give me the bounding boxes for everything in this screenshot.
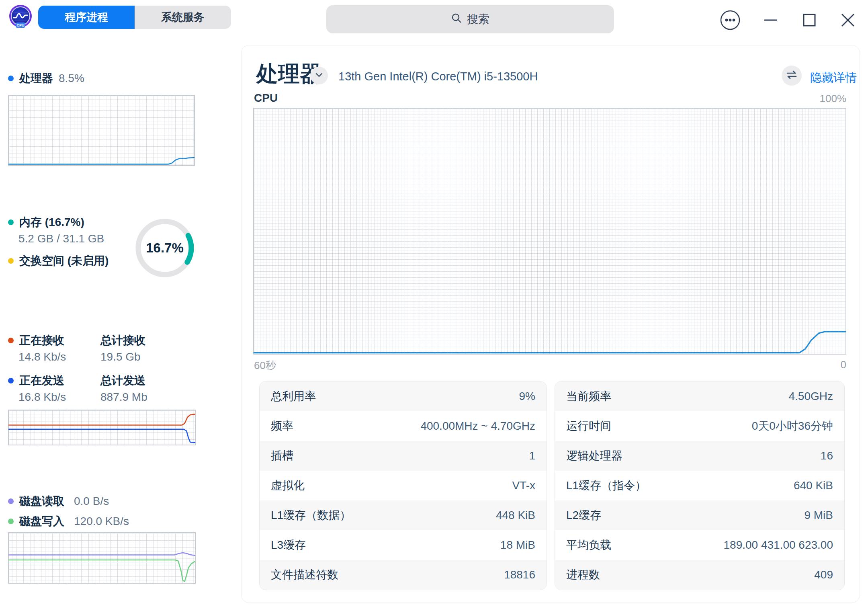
- stat-label: 文件描述符数: [271, 567, 338, 582]
- cpu-chart-max-label: 100%: [766, 92, 846, 105]
- net-total-send-value: 887.9 Mb: [100, 391, 147, 404]
- stat-row: 进程数409: [555, 560, 844, 590]
- disk-write-value: 120.0 KB/s: [74, 515, 129, 528]
- stat-label: L1缓存（指令）: [566, 478, 646, 493]
- minimize-button[interactable]: [760, 9, 782, 31]
- stat-row: 插槽1: [260, 441, 547, 471]
- stat-label: L1缓存（数据）: [271, 508, 351, 523]
- stat-value: 9 MiB: [804, 509, 833, 522]
- stat-label: 平均负载: [566, 537, 611, 553]
- disk-write-label: 磁盘写入: [19, 514, 64, 529]
- stat-value: 18816: [504, 568, 535, 581]
- stat-row: 文件描述符数18816: [260, 560, 547, 590]
- stat-row: L2缓存9 MiB: [555, 500, 844, 530]
- stat-value: 409: [814, 568, 833, 581]
- sidebar-item-disk-write[interactable]: 磁盘写入 120.0 KB/s: [8, 514, 129, 529]
- stat-row: 总利用率9%: [260, 381, 547, 411]
- stat-value: 640 KiB: [794, 479, 833, 492]
- search-placeholder: 搜索: [467, 12, 489, 27]
- sidebar-item-cpu[interactable]: 处理器 8.5%: [8, 71, 84, 86]
- cpu-chart-xaxis-right: 0: [766, 359, 846, 371]
- cpu-label: 处理器: [19, 71, 53, 86]
- stat-value: 18 MiB: [500, 539, 535, 552]
- app-logo-icon: CPU: [8, 4, 33, 29]
- tab-processes[interactable]: 程序进程: [38, 6, 135, 29]
- net-recv-value: 14.8 Kb/s: [18, 351, 66, 363]
- stat-row: 逻辑处理器16: [555, 441, 844, 471]
- ellipsis-menu-icon: [720, 10, 741, 31]
- hide-details-link[interactable]: 隐藏详情: [810, 70, 857, 86]
- stat-row: L1缓存（指令）640 KiB: [555, 471, 844, 500]
- compare-toggle-button[interactable]: [782, 66, 802, 86]
- cpu-stats-table-right: 当前频率4.50GHz运行时间0天0小时36分钟逻辑处理器16L1缓存（指令）6…: [555, 381, 845, 590]
- stat-value: 400.00MHz ~ 4.70GHz: [420, 420, 535, 433]
- swap-label: 交换空间 (未启用): [19, 253, 108, 269]
- net-send-dot-icon: [8, 378, 14, 383]
- svg-text:CPU: CPU: [16, 23, 24, 27]
- stat-value: VT-x: [512, 479, 535, 492]
- net-total-recv-value: 19.5 Gb: [100, 351, 141, 363]
- stat-row: 运行时间0天0小时36分钟: [555, 411, 844, 441]
- memory-donut-chart: 16.7%: [133, 216, 197, 280]
- net-recv-label: 正在接收: [19, 333, 64, 348]
- search-icon: [451, 12, 462, 27]
- search-input[interactable]: 搜索: [326, 5, 614, 33]
- close-button[interactable]: [837, 9, 859, 31]
- disk-read-label: 磁盘读取: [19, 494, 64, 509]
- disk-read-value: 0.0 B/s: [74, 495, 109, 508]
- stat-value: 1: [529, 449, 535, 462]
- stat-row: 当前频率4.50GHz: [555, 381, 844, 411]
- stat-value: 4.50GHz: [789, 390, 833, 403]
- cpu-chart-title: CPU: [254, 92, 278, 105]
- cpu-mini-chart: [8, 95, 195, 166]
- stat-row: 虚拟化VT-x: [260, 471, 547, 500]
- stat-label: 当前频率: [566, 389, 611, 404]
- swap-dot-icon: [8, 258, 14, 264]
- view-tabs: 程序进程 系统服务: [38, 6, 231, 29]
- sidebar-item-disk-read[interactable]: 磁盘读取 0.0 B/s: [8, 494, 109, 509]
- stat-row: L3缓存18 MiB: [260, 530, 547, 560]
- minimize-icon: [762, 11, 780, 29]
- menu-button[interactable]: [719, 9, 741, 31]
- maximize-icon: [800, 11, 818, 29]
- cpu-chart-xaxis-left: 60秒: [254, 359, 276, 373]
- stat-label: 频率: [271, 418, 293, 434]
- net-total-send-label: 总计发送: [100, 373, 145, 388]
- sidebar-item-swap[interactable]: 交换空间 (未启用): [8, 253, 108, 269]
- memory-percent-label: 16.7%: [133, 216, 197, 280]
- stat-row: 频率400.00MHz ~ 4.70GHz: [260, 411, 547, 441]
- chevron-down-icon: [314, 70, 324, 81]
- stat-label: 进程数: [566, 567, 600, 582]
- stat-value: 448 KiB: [496, 509, 535, 522]
- maximize-button[interactable]: [798, 9, 821, 31]
- cpu-stats-table-left: 总利用率9%频率400.00MHz ~ 4.70GHz插槽1虚拟化VT-xL1缓…: [259, 381, 547, 590]
- stat-label: L3缓存: [271, 537, 306, 553]
- net-recv-dot-icon: [8, 338, 14, 343]
- memory-dot-icon: [8, 219, 14, 225]
- network-mini-chart: [8, 410, 196, 445]
- net-total-recv-label: 总计接收: [100, 333, 145, 348]
- sidebar-item-net-recv[interactable]: 正在接收: [8, 333, 64, 348]
- memory-detail: 5.2 GB / 31.1 GB: [18, 232, 104, 245]
- stat-row: L1缓存（数据）448 KiB: [260, 500, 547, 530]
- sidebar-item-memory[interactable]: 内存 (16.7%): [8, 215, 84, 230]
- stat-value: 0天0小时36分钟: [752, 418, 833, 434]
- disk-read-dot-icon: [8, 498, 14, 504]
- stat-label: 总利用率: [271, 389, 316, 404]
- sidebar-item-net-send[interactable]: 正在发送: [8, 373, 64, 388]
- stat-row: 平均负载189.00 431.00 623.00: [555, 530, 844, 560]
- cpu-model-label: 13th Gen Intel(R) Core(TM) i5-13500H: [338, 70, 538, 83]
- stat-label: 虚拟化: [271, 478, 305, 493]
- stat-value: 16: [821, 449, 833, 462]
- stat-label: 逻辑处理器: [566, 448, 622, 463]
- stat-value: 189.00 431.00 623.00: [724, 539, 833, 552]
- memory-label: 内存 (16.7%): [19, 215, 84, 230]
- cpu-dot-icon: [8, 76, 14, 81]
- tab-services[interactable]: 系统服务: [135, 6, 231, 29]
- stat-value: 9%: [519, 390, 535, 403]
- swap-arrows-icon: [786, 69, 798, 82]
- cpu-usage-value: 8.5%: [59, 72, 84, 85]
- device-dropdown-button[interactable]: [310, 67, 328, 84]
- stat-label: 运行时间: [566, 418, 611, 434]
- stat-label: L2缓存: [566, 508, 601, 523]
